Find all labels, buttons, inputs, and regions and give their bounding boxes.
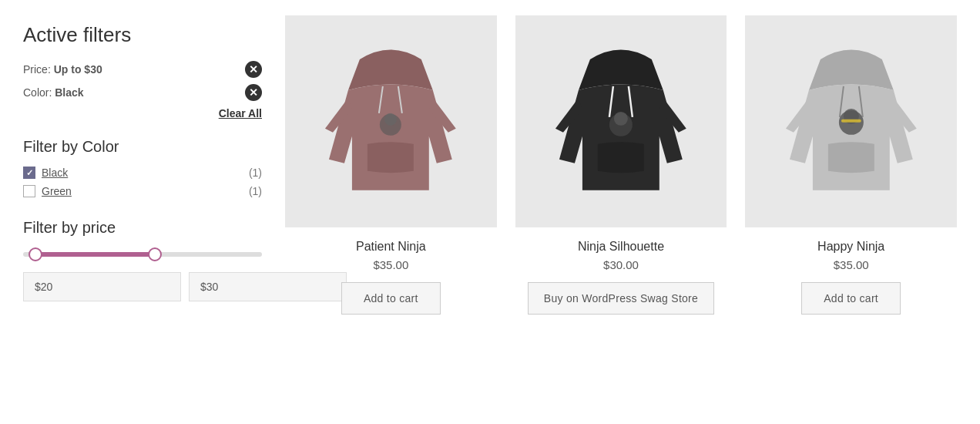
green-count: (1): [249, 185, 262, 197]
patient-ninja-name: Patient Ninja: [356, 240, 426, 254]
black-checkbox[interactable]: [23, 167, 35, 179]
price-slider-fill: [35, 252, 155, 257]
product-card-patient-ninja: Patient Ninja $35.00 Add to cart: [285, 15, 497, 315]
patient-ninja-add-to-cart[interactable]: Add to cart: [341, 282, 441, 315]
green-checkbox[interactable]: [23, 185, 35, 197]
products-area: Patient Ninja $35.00 Add to cart: [285, 15, 957, 409]
price-min-input[interactable]: [23, 272, 181, 301]
price-thumb-min[interactable]: [29, 247, 42, 261]
svg-rect-12: [841, 119, 861, 123]
green-color-link[interactable]: Green: [42, 185, 72, 197]
patient-ninja-price: $35.00: [373, 258, 408, 271]
color-filter-title: Filter by Color: [23, 138, 262, 156]
happy-ninja-add-to-cart[interactable]: Add to cart: [801, 282, 901, 315]
price-thumb-max[interactable]: [148, 247, 162, 261]
ninja-silhouette-buy-button[interactable]: Buy on WordPress Swag Store: [528, 282, 714, 315]
price-inputs: [23, 272, 262, 301]
color-filter-list: Black (1) Green (1): [23, 167, 262, 197]
svg-point-7: [614, 112, 628, 126]
product-card-ninja-silhouette: Ninja Silhouette $30.00 Buy on WordPress…: [515, 15, 727, 315]
svg-point-3: [384, 113, 397, 126]
happy-ninja-name: Happy Ninja: [817, 240, 884, 254]
product-image-patient-ninja: [285, 15, 497, 227]
happy-ninja-image: [767, 36, 936, 206]
patient-ninja-image: [306, 36, 475, 206]
price-filter-tag: Price: Up to $30 ✕: [23, 61, 262, 78]
price-filter-title: Filter by price: [23, 219, 262, 237]
product-card-happy-ninja: Happy Ninja $35.00 Add to cart: [745, 15, 957, 315]
product-image-happy-ninja: [745, 15, 957, 227]
active-filters-title: Active filters: [23, 23, 262, 47]
happy-ninja-price: $35.00: [834, 258, 869, 271]
sidebar: Active filters Price: Up to $30 ✕ Color:…: [23, 15, 285, 409]
color-filter-label: Color: Black: [23, 86, 84, 99]
products-grid: Patient Ninja $35.00 Add to cart: [285, 15, 957, 315]
color-filter-tag: Color: Black ✕: [23, 84, 262, 101]
black-count: (1): [249, 167, 262, 179]
ninja-silhouette-image: [536, 36, 706, 206]
color-item-green: Green (1): [23, 185, 262, 197]
color-item-black: Black (1): [23, 167, 262, 179]
black-color-link[interactable]: Black: [42, 167, 68, 179]
price-filter-label: Price: Up to $30: [23, 63, 102, 76]
price-slider-track[interactable]: [23, 252, 262, 257]
ninja-silhouette-name: Ninja Silhouette: [578, 240, 664, 254]
remove-color-filter-button[interactable]: ✕: [245, 84, 262, 101]
clear-all-link[interactable]: Clear All: [23, 107, 262, 119]
ninja-silhouette-price: $30.00: [603, 258, 639, 271]
product-image-ninja-silhouette: [515, 15, 727, 227]
remove-price-filter-button[interactable]: ✕: [245, 61, 262, 78]
